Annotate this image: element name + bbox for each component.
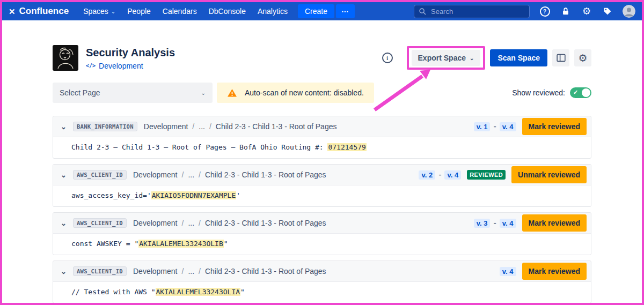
finding-card: ⌄ AWS_CLIENT_ID Development/.../Child 2-…: [53, 164, 591, 207]
select-page-dropdown[interactable]: Select Page ⌄: [53, 83, 213, 103]
breadcrumb-item[interactable]: Development: [144, 122, 188, 131]
breadcrumb-separator: /: [192, 122, 194, 131]
breadcrumb-item[interactable]: Development: [133, 170, 178, 179]
breadcrumb-separator: /: [182, 219, 184, 227]
create-button[interactable]: Create: [298, 4, 334, 18]
space-name-link[interactable]: Development: [99, 62, 143, 70]
breadcrumb-item[interactable]: ...: [199, 122, 205, 131]
scan-space-button[interactable]: Scan Space: [490, 49, 547, 66]
version-link[interactable]: v. 4: [444, 170, 461, 180]
finding-versions: v. 3-v. 4: [474, 218, 516, 228]
page-title: Security Analysis: [86, 46, 175, 59]
space-avatar[interactable]: [53, 45, 78, 71]
nav-item-spaces[interactable]: Spaces⌄: [77, 5, 121, 18]
search-box[interactable]: [414, 5, 530, 18]
settings-button[interactable]: ⚙: [574, 49, 591, 66]
user-avatar[interactable]: [623, 5, 635, 18]
code-icon: </>: [86, 63, 96, 69]
breadcrumb-item[interactable]: ...: [188, 267, 194, 276]
version-link[interactable]: v. 2: [419, 170, 435, 180]
finding-versions: v. 2-v. 4: [419, 170, 461, 180]
version-separator: -: [438, 170, 441, 180]
finding-type-badge: BANK_INFORMATION: [73, 122, 137, 131]
breadcrumb-separator: /: [182, 267, 184, 276]
breadcrumb-item[interactable]: Child 2-3 - Child 1-3 - Root of Pages: [205, 267, 326, 276]
breadcrumb-item[interactable]: Child 2-3 - Child 1-3 - Root of Pages: [205, 170, 326, 179]
header-actions: i Export Space ⌄ Scan Space: [382, 46, 591, 70]
show-reviewed-control: Show reviewed: ✓: [512, 87, 591, 98]
code-before: const AWSKEY = ": [71, 240, 138, 248]
code-after: ': [236, 191, 240, 199]
code-after: ": [240, 288, 245, 296]
chevron-down-icon[interactable]: ⌄: [61, 268, 67, 275]
show-reviewed-toggle[interactable]: ✓: [570, 87, 591, 98]
finding-breadcrumb: Development/.../Child 2-3 - Child 1-3 - …: [133, 219, 326, 227]
breadcrumb-item[interactable]: Child 2-3 - Child 1-3 - Root of Pages: [216, 122, 337, 131]
code-secret: AKIAIO5FODNN7EXAMPLE: [151, 191, 237, 199]
code-before: // Tested with AWS ": [71, 288, 156, 296]
version-link[interactable]: v. 4: [500, 122, 516, 131]
version-link[interactable]: v. 1: [474, 122, 491, 131]
nav-item-analytics[interactable]: Analytics: [252, 5, 294, 18]
finding-versions: v. 4: [500, 267, 516, 276]
help-icon[interactable]: ?: [539, 5, 551, 17]
review-action-button[interactable]: Mark reviewed: [522, 263, 587, 280]
review-action-button[interactable]: Unmark reviewed: [511, 166, 587, 183]
breadcrumb-separator: /: [199, 267, 201, 276]
findings-list: ⌄ BANK_INFORMATION Development/.../Child…: [53, 116, 591, 303]
version-link[interactable]: v. 3: [474, 219, 491, 228]
review-action-button[interactable]: Mark reviewed: [522, 214, 587, 232]
chevron-down-icon: ⌄: [470, 55, 474, 61]
breadcrumb-item[interactable]: ...: [188, 219, 194, 227]
version-separator: -: [493, 122, 496, 131]
reviewed-badge: REVIEWED: [467, 170, 506, 180]
chevron-down-icon[interactable]: ⌄: [61, 123, 67, 130]
confluence-logo[interactable]: ✕ Confluence: [9, 6, 69, 17]
tag-icon[interactable]: [602, 5, 613, 17]
finding-versions: v. 1-v. 4: [474, 122, 516, 131]
nav-item-calendars[interactable]: Calendars: [157, 5, 203, 18]
finding-breadcrumb: Development/.../Child 2-3 - Child 1-3 - …: [133, 170, 326, 179]
info-icon[interactable]: i: [382, 53, 393, 63]
finding-code: aws_access_key_id='AKIAIO5FODNN7EXAMPLE': [53, 185, 591, 206]
breadcrumb-item[interactable]: Child 2-3 - Child 1-3 - Root of Pages: [205, 219, 326, 227]
show-reviewed-label: Show reviewed:: [512, 88, 565, 97]
breadcrumb-item[interactable]: Development: [133, 219, 178, 227]
code-secret: AKIALALEMEL33243OLIA: [156, 288, 241, 296]
nav-item-dbconsole[interactable]: DbConsole: [203, 5, 252, 18]
finding-header: ⌄ BANK_INFORMATION Development/.../Child…: [53, 116, 591, 137]
search-icon: [419, 7, 426, 16]
finding-header: ⌄ AWS_CLIENT_ID Development/.../Child 2-…: [53, 261, 591, 282]
confluence-logo-icon: ✕: [9, 8, 16, 16]
finding-breadcrumb: Development/.../Child 2-3 - Child 1-3 - …: [133, 267, 326, 276]
page: ✕ Confluence Spaces⌄PeopleCalendarsDbCon…: [0, 0, 644, 305]
breadcrumb-item[interactable]: Development: [133, 267, 178, 276]
gear-icon[interactable]: ⚙: [581, 5, 592, 17]
settings-gear-icon: ⚙: [578, 53, 587, 63]
breadcrumb-item[interactable]: ...: [188, 170, 194, 179]
breadcrumb-separator: /: [209, 122, 211, 131]
nav-item-people[interactable]: People: [121, 5, 157, 18]
autoscan-warning-banner: Auto-scan of new content: disabled.: [217, 83, 374, 103]
breadcrumb-separator: /: [182, 170, 184, 179]
toolbar-row: Select Page ⌄ Auto-scan of new content: …: [53, 83, 591, 103]
more-button[interactable]: ⋯: [336, 4, 355, 18]
check-icon: ✓: [573, 89, 578, 96]
search-input[interactable]: [430, 7, 525, 16]
warning-text: Auto-scan of new content: disabled.: [245, 88, 364, 97]
review-action-button[interactable]: Mark reviewed: [522, 118, 587, 135]
chevron-down-icon[interactable]: ⌄: [61, 172, 67, 178]
version-link[interactable]: v. 4: [500, 267, 516, 276]
finding-code: Child 2-3 – Child 1-3 – Root of Pages – …: [53, 137, 591, 158]
lock-icon[interactable]: [560, 5, 572, 17]
navbar-right: ? ⚙: [414, 5, 635, 18]
code-after: ": [224, 240, 228, 248]
space-tools-icon[interactable]: [552, 49, 569, 66]
chevron-down-icon[interactable]: ⌄: [61, 220, 67, 227]
toggle-knob: [582, 88, 590, 97]
brand-text: Confluence: [19, 6, 69, 17]
export-space-button[interactable]: Export Space ⌄: [412, 50, 481, 66]
code-secret: 071214579: [327, 143, 366, 151]
finding-header-right: v. 2-v. 4 REVIEWED Unmark reviewed: [419, 166, 587, 183]
version-link[interactable]: v. 4: [500, 219, 516, 228]
